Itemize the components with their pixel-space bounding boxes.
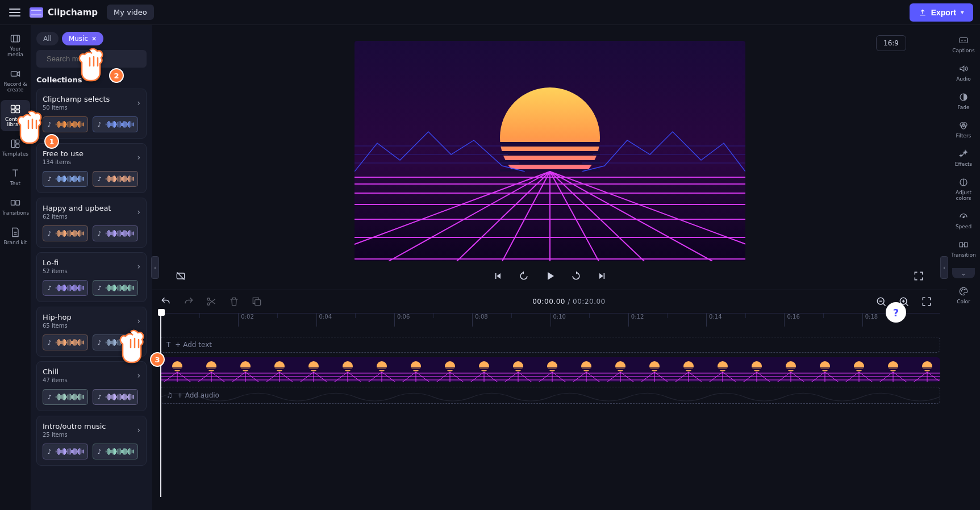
skip-end-button[interactable] xyxy=(594,268,610,284)
collection-item[interactable]: Clipchamp selects 50 items › ♪ ♪ xyxy=(36,89,147,139)
export-button[interactable]: Export ▾ xyxy=(910,3,973,22)
video-frame-thumb xyxy=(672,357,706,382)
filter-music[interactable]: Music✕ xyxy=(62,32,103,45)
rail-label: Your media xyxy=(1,47,30,58)
svg-rect-142 xyxy=(118,231,118,236)
collection-item[interactable]: Lo-fi 52 items › ♪ ♪ xyxy=(36,252,147,302)
svg-rect-114 xyxy=(62,230,63,236)
close-icon[interactable]: ✕ xyxy=(91,35,97,43)
svg-rect-279 xyxy=(109,394,110,400)
split-button[interactable] xyxy=(203,294,219,310)
duplicate-button[interactable] xyxy=(249,294,265,310)
rail-templates[interactable]: Templates xyxy=(1,135,30,161)
audio-thumb[interactable]: ♪ xyxy=(93,389,138,405)
add-audio-track[interactable]: ♫ + Add audio xyxy=(160,387,940,404)
rail-your-media[interactable]: Your media xyxy=(1,30,30,61)
rrail-transition[interactable]: Transition xyxy=(948,237,979,260)
svg-rect-41 xyxy=(111,123,112,127)
audio-thumb[interactable]: ♪ xyxy=(93,116,138,132)
svg-rect-506 xyxy=(581,367,591,369)
audio-thumb[interactable]: ♪ xyxy=(93,171,138,187)
audio-thumb[interactable]: ♪ xyxy=(43,280,88,296)
svg-rect-57 xyxy=(131,122,131,128)
music-note-icon: ♪ xyxy=(45,394,53,401)
chevron-right-icon: › xyxy=(137,262,140,271)
rewind-button[interactable] xyxy=(516,268,532,284)
audio-thumb[interactable]: ♪ xyxy=(43,389,88,405)
redo-button[interactable] xyxy=(181,294,197,310)
rrail-filters[interactable]: Filters xyxy=(948,118,979,141)
rrail-audio[interactable]: Audio xyxy=(948,61,979,84)
svg-point-655 xyxy=(965,289,966,290)
hamburger-menu[interactable] xyxy=(7,5,23,20)
rail-transitions[interactable]: Transitions xyxy=(1,194,30,220)
svg-rect-265 xyxy=(71,395,72,399)
collection-item[interactable]: Chill 47 items › ♪ ♪ xyxy=(36,361,147,411)
audio-thumb[interactable]: ♪ xyxy=(93,444,138,459)
forward-button[interactable] xyxy=(568,268,584,284)
rrail-adjust-colors[interactable]: Adjust colors xyxy=(948,175,979,203)
svg-rect-208 xyxy=(60,341,61,344)
rail-content-library[interactable]: Content library xyxy=(1,100,30,132)
skip-start-button[interactable] xyxy=(490,268,506,284)
svg-rect-314 xyxy=(72,450,73,454)
rrail-fade[interactable]: Fade xyxy=(948,90,979,112)
music-note-icon: ♪ xyxy=(95,448,103,455)
expand-rail-button[interactable]: ⌄ xyxy=(952,268,975,278)
svg-rect-228 xyxy=(106,341,106,343)
search-input-wrap[interactable] xyxy=(36,50,147,68)
play-button[interactable] xyxy=(542,268,558,284)
collapse-right-rail-button[interactable]: ‹ xyxy=(940,256,948,279)
svg-rect-274 xyxy=(82,395,82,399)
svg-rect-306 xyxy=(62,448,63,454)
audio-thumb[interactable]: ♪ xyxy=(43,225,88,241)
safe-zone-toggle[interactable] xyxy=(173,268,189,284)
collection-title: Chill xyxy=(43,367,68,376)
video-track-clip[interactable] xyxy=(160,357,940,382)
collection-item[interactable]: Happy and upbeat 62 items › ♪ ♪ xyxy=(36,198,147,248)
rail-text[interactable]: Text xyxy=(1,164,30,190)
collection-item[interactable]: Free to use 134 items › ♪ ♪ xyxy=(36,143,147,193)
collection-item[interactable]: Intro/outro music 25 items › ♪ ♪ xyxy=(36,416,147,466)
svg-rect-577 xyxy=(820,369,830,370)
preview-stage[interactable] xyxy=(355,41,745,261)
project-title[interactable]: My video xyxy=(107,5,154,20)
audio-thumb[interactable]: ♪ xyxy=(43,116,88,132)
audio-thumb[interactable]: ♪ xyxy=(93,335,138,350)
rrail-speed[interactable]: Speed xyxy=(948,209,979,232)
aspect-ratio-button[interactable]: 16:9 xyxy=(876,35,906,51)
rrail-effects[interactable]: Effects xyxy=(948,147,979,169)
audio-thumb[interactable]: ♪ xyxy=(43,171,88,187)
collapse-library-button[interactable]: ‹ xyxy=(151,256,159,279)
rrail-captions[interactable]: Captions xyxy=(948,33,979,56)
collection-item[interactable]: Hip-hop 65 items › ♪ ♪ xyxy=(36,307,147,357)
svg-rect-345 xyxy=(131,449,131,455)
delete-button[interactable] xyxy=(226,294,242,310)
rail-record-create[interactable]: Record & create xyxy=(1,65,30,97)
timeline-ruler[interactable]: 0:020:040:060:080:100:120:140:160:18 xyxy=(160,313,940,327)
svg-rect-290 xyxy=(122,395,123,399)
search-input[interactable] xyxy=(45,54,143,64)
svg-rect-283 xyxy=(114,394,115,400)
zoom-fit-button[interactable] xyxy=(919,294,935,310)
svg-rect-15 xyxy=(59,122,60,128)
audio-thumb[interactable]: ♪ xyxy=(93,280,138,296)
svg-rect-597 xyxy=(888,369,898,370)
playhead[interactable] xyxy=(160,310,161,497)
rail-label: Content library xyxy=(1,117,30,128)
audio-thumb[interactable]: ♪ xyxy=(43,335,88,350)
filter-all[interactable]: All xyxy=(36,32,59,45)
svg-rect-123 xyxy=(73,230,74,236)
help-button[interactable]: ? xyxy=(886,302,906,323)
add-text-track[interactable]: T + Add text xyxy=(160,337,940,353)
rrail-color[interactable]: Color xyxy=(948,284,979,307)
audio-thumb[interactable]: ♪ xyxy=(93,225,138,241)
undo-button[interactable] xyxy=(158,294,174,310)
audio-thumb[interactable]: ♪ xyxy=(43,444,88,459)
svg-rect-221 xyxy=(76,340,76,345)
svg-rect-89 xyxy=(111,177,112,181)
rail-brand-kit[interactable]: Brand kit xyxy=(1,223,30,249)
fullscreen-button[interactable] xyxy=(911,268,927,284)
ruler-subtick xyxy=(277,313,280,318)
svg-rect-69 xyxy=(66,178,67,180)
